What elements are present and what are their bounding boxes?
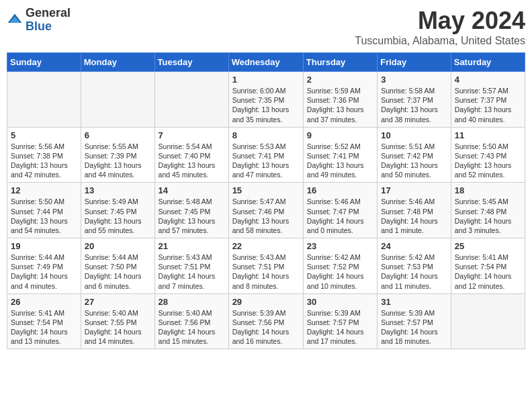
calendar-cell — [81, 72, 154, 128]
day-number: 2 — [307, 75, 373, 85]
day-detail: Sunrise: 5:55 AM Sunset: 7:39 PM Dayligh… — [85, 142, 151, 180]
day-number: 12 — [11, 185, 77, 195]
day-detail: Sunrise: 5:47 AM Sunset: 7:46 PM Dayligh… — [232, 197, 300, 235]
calendar-cell — [154, 72, 228, 128]
calendar-week-3: 12Sunrise: 5:50 AM Sunset: 7:44 PM Dayli… — [7, 183, 525, 238]
calendar-cell: 12Sunrise: 5:50 AM Sunset: 7:44 PM Dayli… — [7, 183, 81, 238]
calendar-cell: 8Sunrise: 5:53 AM Sunset: 7:41 PM Daylig… — [228, 127, 303, 183]
day-detail: Sunrise: 5:57 AM Sunset: 7:37 PM Dayligh… — [455, 86, 521, 124]
calendar-week-5: 26Sunrise: 5:41 AM Sunset: 7:54 PM Dayli… — [7, 293, 525, 349]
day-detail: Sunrise: 5:41 AM Sunset: 7:54 PM Dayligh… — [455, 253, 521, 291]
day-number: 5 — [11, 130, 77, 140]
calendar-cell: 7Sunrise: 5:54 AM Sunset: 7:40 PM Daylig… — [154, 127, 228, 183]
day-number: 19 — [11, 241, 77, 251]
day-detail: Sunrise: 5:50 AM Sunset: 7:43 PM Dayligh… — [455, 142, 521, 180]
calendar-cell: 31Sunrise: 5:39 AM Sunset: 7:57 PM Dayli… — [378, 293, 451, 349]
day-number: 18 — [455, 185, 521, 195]
day-number: 24 — [381, 241, 447, 251]
day-number: 3 — [381, 75, 447, 85]
day-detail: Sunrise: 5:39 AM Sunset: 7:57 PM Dayligh… — [307, 308, 373, 347]
day-number: 1 — [232, 75, 300, 85]
location-title: Tuscumbia, Alabama, United States — [355, 35, 525, 47]
day-detail: Sunrise: 5:44 AM Sunset: 7:49 PM Dayligh… — [11, 253, 77, 291]
day-number: 26 — [11, 297, 77, 307]
day-number: 9 — [307, 130, 373, 140]
day-detail: Sunrise: 5:52 AM Sunset: 7:41 PM Dayligh… — [307, 142, 373, 180]
calendar-cell: 25Sunrise: 5:41 AM Sunset: 7:54 PM Dayli… — [451, 238, 525, 294]
day-detail: Sunrise: 5:59 AM Sunset: 7:36 PM Dayligh… — [307, 86, 373, 124]
weekday-header-tuesday: Tuesday — [154, 53, 228, 72]
day-number: 17 — [381, 185, 447, 195]
logo: General Blue — [7, 7, 71, 34]
weekday-header-friday: Friday — [378, 53, 451, 72]
calendar-cell: 3Sunrise: 5:58 AM Sunset: 7:37 PM Daylig… — [378, 72, 451, 128]
day-detail: Sunrise: 5:46 AM Sunset: 7:47 PM Dayligh… — [307, 197, 373, 235]
calendar-cell: 26Sunrise: 5:41 AM Sunset: 7:54 PM Dayli… — [7, 293, 81, 349]
calendar-cell: 5Sunrise: 5:56 AM Sunset: 7:38 PM Daylig… — [7, 127, 81, 183]
calendar-week-1: 1Sunrise: 6:00 AM Sunset: 7:35 PM Daylig… — [7, 72, 525, 128]
day-number: 22 — [232, 241, 300, 251]
logo-blue-text: Blue — [26, 20, 71, 34]
calendar-cell: 28Sunrise: 5:40 AM Sunset: 7:56 PM Dayli… — [154, 293, 228, 349]
day-number: 28 — [159, 297, 225, 307]
day-detail: Sunrise: 5:41 AM Sunset: 7:54 PM Dayligh… — [11, 308, 77, 347]
weekday-header-row: SundayMondayTuesdayWednesdayThursdayFrid… — [7, 53, 525, 72]
calendar-cell: 2Sunrise: 5:59 AM Sunset: 7:36 PM Daylig… — [303, 72, 377, 128]
calendar-week-2: 5Sunrise: 5:56 AM Sunset: 7:38 PM Daylig… — [7, 127, 525, 183]
calendar-cell: 22Sunrise: 5:43 AM Sunset: 7:51 PM Dayli… — [228, 238, 303, 294]
calendar-cell: 14Sunrise: 5:48 AM Sunset: 7:45 PM Dayli… — [154, 183, 228, 238]
day-number: 29 — [232, 297, 300, 307]
calendar-cell: 29Sunrise: 5:39 AM Sunset: 7:56 PM Dayli… — [228, 293, 303, 349]
calendar-week-4: 19Sunrise: 5:44 AM Sunset: 7:49 PM Dayli… — [7, 238, 525, 294]
calendar-cell: 21Sunrise: 5:43 AM Sunset: 7:51 PM Dayli… — [154, 238, 228, 294]
calendar-cell: 10Sunrise: 5:51 AM Sunset: 7:42 PM Dayli… — [378, 127, 451, 183]
day-detail: Sunrise: 5:54 AM Sunset: 7:40 PM Dayligh… — [159, 142, 225, 180]
calendar-cell: 16Sunrise: 5:46 AM Sunset: 7:47 PM Dayli… — [303, 183, 377, 238]
day-detail: Sunrise: 5:51 AM Sunset: 7:42 PM Dayligh… — [381, 142, 447, 180]
day-detail: Sunrise: 5:44 AM Sunset: 7:50 PM Dayligh… — [85, 253, 151, 291]
day-detail: Sunrise: 5:58 AM Sunset: 7:37 PM Dayligh… — [381, 86, 447, 124]
day-number: 16 — [307, 185, 373, 195]
day-number: 27 — [85, 297, 151, 307]
day-number: 20 — [85, 241, 151, 251]
day-number: 14 — [159, 185, 225, 195]
weekday-header-wednesday: Wednesday — [228, 53, 303, 72]
calendar-cell: 15Sunrise: 5:47 AM Sunset: 7:46 PM Dayli… — [228, 183, 303, 238]
calendar-body: 1Sunrise: 6:00 AM Sunset: 7:35 PM Daylig… — [7, 72, 525, 349]
day-number: 30 — [307, 297, 373, 307]
day-number: 6 — [85, 130, 151, 140]
calendar-cell: 9Sunrise: 5:52 AM Sunset: 7:41 PM Daylig… — [303, 127, 377, 183]
calendar-cell: 20Sunrise: 5:44 AM Sunset: 7:50 PM Dayli… — [81, 238, 154, 294]
day-number: 31 — [381, 297, 447, 307]
day-number: 15 — [232, 185, 300, 195]
day-detail: Sunrise: 5:42 AM Sunset: 7:52 PM Dayligh… — [307, 253, 373, 291]
calendar-cell: 6Sunrise: 5:55 AM Sunset: 7:39 PM Daylig… — [81, 127, 154, 183]
day-number: 11 — [455, 130, 521, 140]
title-block: May 2024 Tuscumbia, Alabama, United Stat… — [355, 7, 525, 47]
day-number: 7 — [159, 130, 225, 140]
day-detail: Sunrise: 5:56 AM Sunset: 7:38 PM Dayligh… — [11, 142, 77, 180]
day-detail: Sunrise: 5:46 AM Sunset: 7:48 PM Dayligh… — [381, 197, 447, 235]
day-detail: Sunrise: 6:00 AM Sunset: 7:35 PM Dayligh… — [232, 86, 300, 124]
day-number: 25 — [455, 241, 521, 251]
calendar-table: SundayMondayTuesdayWednesdayThursdayFrid… — [7, 52, 525, 349]
calendar-cell: 13Sunrise: 5:49 AM Sunset: 7:45 PM Dayli… — [81, 183, 154, 238]
day-detail: Sunrise: 5:42 AM Sunset: 7:53 PM Dayligh… — [381, 253, 447, 291]
weekday-header-monday: Monday — [81, 53, 154, 72]
day-detail: Sunrise: 5:40 AM Sunset: 7:55 PM Dayligh… — [85, 308, 151, 347]
weekday-header-saturday: Saturday — [451, 53, 525, 72]
calendar-cell: 11Sunrise: 5:50 AM Sunset: 7:43 PM Dayli… — [451, 127, 525, 183]
day-detail: Sunrise: 5:39 AM Sunset: 7:57 PM Dayligh… — [381, 308, 447, 347]
day-detail: Sunrise: 5:43 AM Sunset: 7:51 PM Dayligh… — [232, 253, 300, 291]
calendar-cell: 19Sunrise: 5:44 AM Sunset: 7:49 PM Dayli… — [7, 238, 81, 294]
calendar-cell: 1Sunrise: 6:00 AM Sunset: 7:35 PM Daylig… — [228, 72, 303, 128]
day-detail: Sunrise: 5:39 AM Sunset: 7:56 PM Dayligh… — [232, 308, 300, 347]
weekday-header-thursday: Thursday — [303, 53, 377, 72]
calendar-cell: 23Sunrise: 5:42 AM Sunset: 7:52 PM Dayli… — [303, 238, 377, 294]
day-detail: Sunrise: 5:48 AM Sunset: 7:45 PM Dayligh… — [159, 197, 225, 235]
calendar-cell: 18Sunrise: 5:45 AM Sunset: 7:48 PM Dayli… — [451, 183, 525, 238]
day-number: 23 — [307, 241, 373, 251]
page-header: General Blue May 2024 Tuscumbia, Alabama… — [7, 7, 525, 47]
calendar-cell: 30Sunrise: 5:39 AM Sunset: 7:57 PM Dayli… — [303, 293, 377, 349]
day-detail: Sunrise: 5:50 AM Sunset: 7:44 PM Dayligh… — [11, 197, 77, 235]
